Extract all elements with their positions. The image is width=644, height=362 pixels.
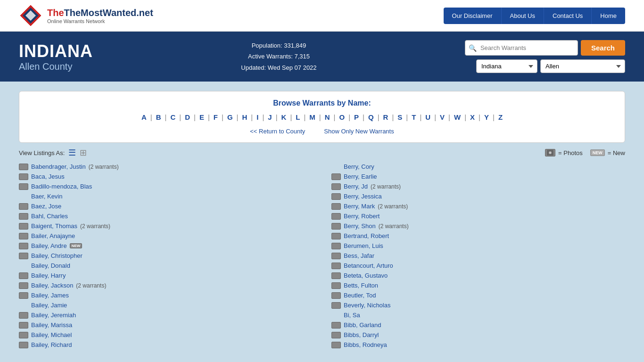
alpha-link-x[interactable]: X: [468, 112, 477, 122]
person-link[interactable]: Babendrager, Justin: [31, 163, 86, 170]
alpha-link-r[interactable]: R: [381, 112, 390, 122]
person-link[interactable]: Bailey, Andre: [31, 242, 67, 249]
grid-view-icon[interactable]: ⊞: [80, 148, 87, 158]
alpha-link-o[interactable]: O: [338, 112, 347, 122]
alpha-link-e[interactable]: E: [198, 112, 206, 122]
person-link[interactable]: Bailey, Jamie: [31, 302, 67, 309]
state-select[interactable]: Indiana: [476, 59, 537, 73]
person-link[interactable]: Bailey, Marissa: [31, 321, 72, 329]
alpha-links: A|B|C|D|E|F|G|H|I|J|K|L|M|N|O|P|Q|R|S|T|…: [29, 112, 615, 122]
list-item: Bess, Jafar: [331, 251, 625, 261]
alpha-separator: |: [222, 112, 223, 122]
alpha-separator: |: [304, 112, 305, 122]
person-link[interactable]: Baigent, Thomas: [31, 222, 77, 230]
person-link[interactable]: Baca, Jesus: [31, 173, 65, 180]
person-link[interactable]: Bess, Jafar: [344, 252, 374, 259]
person-link[interactable]: Bailey, Jackson: [31, 282, 73, 289]
person-link[interactable]: Berry, Shon: [344, 222, 376, 230]
person-link[interactable]: Berry, Robert: [344, 213, 380, 220]
alpha-link-g[interactable]: G: [225, 112, 235, 122]
person-link[interactable]: Baez, Jose: [31, 203, 61, 210]
list-item: Baez, Jose: [19, 201, 313, 211]
alpha-link-b[interactable]: B: [154, 112, 163, 122]
person-link[interactable]: Bailey, James: [31, 292, 69, 299]
person-link[interactable]: Berry, Jd: [344, 183, 368, 190]
person-link[interactable]: Betts, Fulton: [344, 282, 378, 289]
alpha-link-f[interactable]: F: [212, 112, 220, 122]
disclaimer-link[interactable]: Our Disclaimer: [444, 8, 502, 24]
alpha-link-k[interactable]: K: [280, 112, 289, 122]
alpha-link-v[interactable]: V: [438, 112, 446, 122]
alpha-separator: |: [334, 112, 336, 122]
person-link[interactable]: Berry, Earlie: [344, 173, 377, 180]
person-link[interactable]: Bibb, Garland: [344, 321, 381, 329]
alpha-link-w[interactable]: W: [452, 112, 462, 122]
person-link[interactable]: Beteta, Gustavo: [344, 272, 388, 279]
alpha-link-h[interactable]: H: [240, 112, 249, 122]
person-link[interactable]: Betancourt, Arturo: [344, 262, 393, 269]
person-link[interactable]: Bailey, Harry: [31, 272, 66, 279]
alpha-link-t[interactable]: T: [410, 112, 418, 122]
person-link[interactable]: Bahl, Charles: [31, 213, 68, 220]
alpha-link-l[interactable]: L: [294, 112, 302, 122]
alpha-link-m[interactable]: M: [307, 112, 317, 122]
alpha-link-d[interactable]: D: [183, 112, 192, 122]
warrants-count: (2 warrants): [378, 203, 408, 210]
county-select[interactable]: Allen: [540, 59, 625, 73]
search-button[interactable]: Search: [581, 40, 625, 56]
alpha-link-a[interactable]: A: [140, 112, 149, 122]
show-new-link[interactable]: Show Only New Warrants: [324, 128, 394, 135]
person-link[interactable]: Baer, Kevin: [31, 193, 63, 200]
no-photo-spacer: [19, 302, 28, 309]
person-link[interactable]: Bailer, Anajayne: [31, 232, 75, 239]
person-link[interactable]: Bailey, Christopher: [31, 252, 83, 259]
photo-icon: [19, 342, 28, 348]
alpha-link-c[interactable]: C: [168, 112, 177, 122]
person-link[interactable]: Bailey, Donald: [31, 262, 70, 269]
alpha-link-q[interactable]: Q: [366, 112, 376, 122]
person-link[interactable]: Berumen, Luis: [344, 242, 383, 249]
alpha-link-s[interactable]: S: [396, 112, 404, 122]
alpha-link-u[interactable]: U: [423, 112, 432, 122]
person-link[interactable]: Bibbs, Darryl: [344, 331, 379, 338]
person-link[interactable]: Bailey, Richard: [31, 341, 72, 348]
alpha-separator: |: [378, 112, 380, 122]
alpha-link-p[interactable]: P: [352, 112, 361, 122]
person-link[interactable]: Badillo-mendoza, Blas: [31, 183, 92, 190]
updated-stat: Updated: Wed Sep 07 2022: [112, 62, 446, 73]
alpha-separator: |: [150, 112, 152, 122]
state-title: INDIANA: [19, 41, 93, 61]
person-link[interactable]: Bi, Sa: [344, 312, 360, 319]
return-county-link[interactable]: << Return to County: [250, 128, 305, 135]
person-link[interactable]: Berry, Cory: [344, 163, 374, 170]
list-view-icon[interactable]: ☰: [68, 148, 76, 158]
home-link[interactable]: Home: [592, 8, 625, 24]
alpha-separator: |: [406, 112, 408, 122]
list-item: Baer, Kevin: [19, 191, 313, 201]
alpha-link-z[interactable]: Z: [496, 112, 504, 122]
photo-icon: [19, 332, 28, 338]
person-link[interactable]: Beverly, Nicholas: [344, 302, 390, 309]
person-link[interactable]: Bailey, Michael: [31, 331, 72, 338]
person-link[interactable]: Berry, Mark: [344, 203, 375, 210]
person-link[interactable]: Bailey, Jeremiah: [31, 312, 76, 319]
about-link[interactable]: About Us: [502, 8, 544, 24]
names-column-2: Berry, CoryBerry, EarlieBerry, Jd(2 warr…: [331, 162, 625, 350]
list-item: Bailey, James: [19, 290, 313, 300]
county-title: Allen County: [19, 61, 93, 72]
alpha-link-n[interactable]: N: [323, 112, 332, 122]
alpha-separator: |: [448, 112, 450, 122]
warrants-count: (2 warrants): [76, 282, 106, 289]
search-input[interactable]: [465, 40, 578, 56]
person-link[interactable]: Berry, Jessica: [344, 193, 382, 200]
main-nav: Our Disclaimer About Us Contact Us Home: [444, 8, 625, 24]
person-link[interactable]: Beutler, Tod: [344, 292, 376, 299]
person-link[interactable]: Bibbs, Rodneya: [344, 341, 387, 348]
alpha-link-i[interactable]: I: [255, 112, 260, 122]
alpha-link-j[interactable]: J: [266, 112, 273, 122]
person-link[interactable]: Bertrand, Robert: [344, 232, 389, 239]
list-item: Bibbs, Rodneya: [331, 340, 625, 350]
contact-link[interactable]: Contact Us: [544, 8, 592, 24]
alpha-link-y[interactable]: Y: [482, 112, 491, 122]
photo-icon: [331, 173, 341, 180]
